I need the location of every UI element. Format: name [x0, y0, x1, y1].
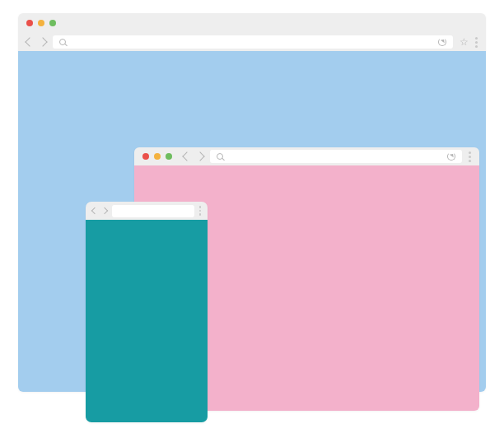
maximize-icon[interactable]	[49, 20, 56, 26]
close-icon[interactable]	[26, 20, 33, 26]
refresh-icon[interactable]	[438, 38, 446, 46]
maximize-icon[interactable]	[166, 153, 172, 160]
menu-icon[interactable]	[469, 151, 471, 162]
back-icon[interactable]	[91, 207, 98, 214]
forward-icon[interactable]	[101, 207, 108, 214]
title-bar	[86, 202, 208, 220]
menu-icon[interactable]	[475, 37, 478, 48]
address-bar[interactable]	[112, 205, 194, 217]
search-icon	[59, 39, 67, 46]
browser-window-small	[86, 202, 208, 422]
viewport	[86, 220, 208, 422]
menu-icon[interactable]	[199, 206, 202, 216]
address-bar[interactable]	[53, 35, 453, 49]
back-icon[interactable]	[182, 151, 191, 161]
bookmark-icon[interactable]: ☆	[460, 37, 469, 47]
minimize-icon[interactable]	[38, 20, 44, 26]
forward-icon[interactable]	[38, 37, 47, 46]
title-bar	[134, 147, 479, 165]
refresh-icon[interactable]	[447, 152, 455, 161]
search-icon	[217, 153, 224, 161]
back-icon[interactable]	[25, 37, 34, 46]
minimize-icon[interactable]	[154, 153, 161, 160]
title-bar	[18, 13, 486, 33]
toolbar: ☆	[18, 33, 486, 51]
close-icon[interactable]	[142, 153, 149, 160]
forward-icon[interactable]	[195, 151, 204, 161]
address-bar[interactable]	[210, 150, 462, 163]
